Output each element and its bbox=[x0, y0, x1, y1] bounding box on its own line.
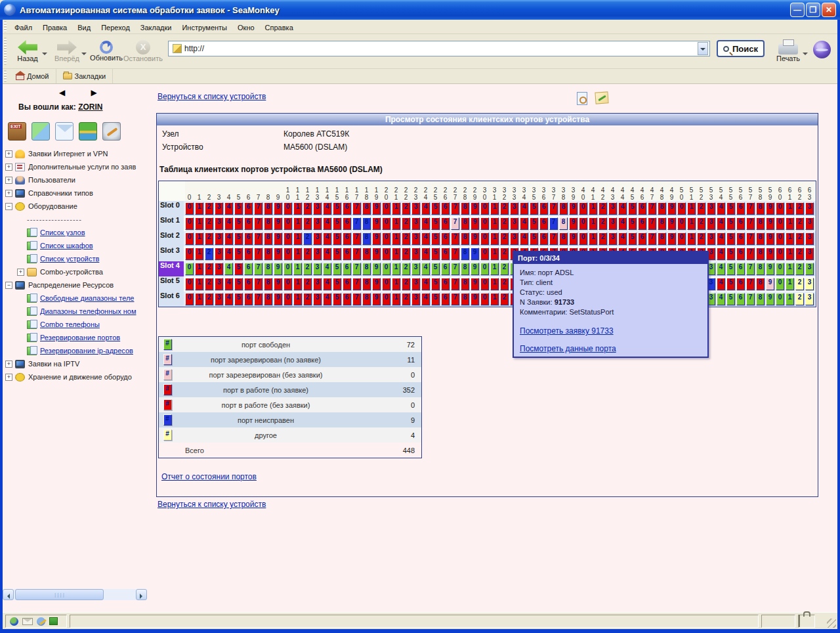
port-in-work[interactable]: 9 bbox=[766, 202, 774, 215]
port-in-work[interactable]: 3 bbox=[313, 248, 322, 260]
port-in-work[interactable]: 4 bbox=[421, 248, 430, 260]
port-in-work[interactable]: 8 bbox=[756, 232, 765, 245]
port-free[interactable]: 5 bbox=[333, 263, 341, 275]
port-in-work[interactable]: 4 bbox=[717, 217, 725, 230]
forward-button[interactable]: Вперёд bbox=[49, 40, 85, 62]
sidebar-item-распределение-ресурсов[interactable]: −Распределение Ресурсов bbox=[5, 278, 152, 292]
port-in-work[interactable]: 8 bbox=[756, 202, 765, 215]
port-free[interactable]: 6 bbox=[736, 263, 745, 275]
port-in-work[interactable]: 7 bbox=[451, 248, 459, 260]
sidebar-item-combo-устройства[interactable]: +Combo-устройства bbox=[5, 265, 152, 278]
port-in-work[interactable]: 3 bbox=[215, 248, 223, 260]
back-button[interactable]: Назад bbox=[9, 40, 46, 62]
port-in-work[interactable]: 9 bbox=[569, 202, 578, 215]
port-in-work[interactable]: 0 bbox=[776, 232, 784, 245]
sidebar-item-диапазоны-телефонных-ном[interactable]: Диапазоны телефонных ном bbox=[5, 305, 152, 318]
port-in-work[interactable]: 3 bbox=[411, 248, 420, 260]
port-in-work[interactable]: 2 bbox=[303, 278, 312, 290]
port-in-work[interactable]: 5 bbox=[234, 232, 243, 245]
port-in-work[interactable]: 0 bbox=[382, 278, 390, 290]
port-in-work[interactable]: 5 bbox=[431, 217, 440, 230]
sidebar-horizontal-scrollbar[interactable] bbox=[3, 589, 147, 600]
port-in-work[interactable]: 6 bbox=[441, 217, 450, 230]
scrollbar-track[interactable] bbox=[14, 589, 136, 600]
port-free[interactable]: 4 bbox=[323, 263, 331, 275]
port-in-work[interactable]: 5 bbox=[628, 232, 637, 245]
tree-expander-icon[interactable]: + bbox=[17, 269, 24, 276]
port-in-work[interactable]: 3 bbox=[707, 217, 715, 230]
online-status[interactable] bbox=[761, 615, 795, 628]
port-in-work[interactable]: 3 bbox=[313, 217, 322, 230]
user-link[interactable]: ZORIN bbox=[78, 102, 102, 112]
port-in-work[interactable]: 7 bbox=[254, 217, 262, 230]
port-in-work[interactable]: 2 bbox=[402, 232, 410, 245]
port-in-work[interactable]: 8 bbox=[362, 202, 371, 215]
port-in-work[interactable]: 1 bbox=[195, 248, 203, 260]
port-in-work[interactable]: 4 bbox=[717, 248, 725, 260]
port-in-work[interactable]: 9 bbox=[274, 278, 282, 290]
tree-expander-icon[interactable]: − bbox=[5, 203, 12, 210]
scroll-left-button[interactable] bbox=[3, 589, 14, 600]
port-faulty[interactable]: 8 bbox=[362, 232, 371, 245]
port-free[interactable]: 5 bbox=[431, 263, 440, 275]
port-in-work[interactable]: 7 bbox=[746, 232, 755, 245]
port-in-work[interactable]: 0 bbox=[480, 217, 489, 230]
port-in-work[interactable]: 7 bbox=[549, 232, 558, 245]
tree-item-label[interactable]: Combo-устройства bbox=[40, 268, 103, 276]
port-in-work[interactable]: 1 bbox=[589, 217, 597, 230]
port-in-work[interactable]: 8 bbox=[461, 217, 469, 230]
port-in-work[interactable]: 2 bbox=[697, 202, 705, 215]
port-in-work[interactable]: 6 bbox=[244, 293, 253, 305]
port-in-work[interactable]: 5 bbox=[726, 232, 735, 245]
port-free[interactable]: 2 bbox=[500, 263, 509, 275]
menu-Инструменты[interactable]: Инструменты bbox=[177, 22, 232, 33]
tree-item-label[interactable]: Список шкафов bbox=[40, 242, 93, 250]
port-in-work[interactable]: 5 bbox=[726, 202, 735, 215]
port-free[interactable]: 3 bbox=[313, 263, 322, 275]
port-in-work[interactable]: 4 bbox=[323, 217, 331, 230]
port-in-work[interactable]: 5 bbox=[530, 202, 538, 215]
url-bar[interactable]: http:// bbox=[168, 41, 710, 56]
port-in-work[interactable]: 3 bbox=[313, 232, 322, 245]
port-in-work[interactable]: 0 bbox=[284, 248, 292, 260]
port-in-work[interactable]: 5 bbox=[530, 232, 538, 245]
port-in-work[interactable]: 7 bbox=[451, 278, 459, 290]
port-in-work[interactable]: 2 bbox=[598, 232, 607, 245]
port-in-work[interactable]: 9 bbox=[372, 278, 381, 290]
tree-item-label[interactable]: Список узлов bbox=[40, 229, 85, 236]
port-free[interactable]: 0 bbox=[382, 263, 390, 275]
port-in-work[interactable]: 1 bbox=[293, 293, 302, 305]
port-free[interactable]: 1 bbox=[293, 263, 302, 275]
slot-label[interactable]: Slot 4 bbox=[159, 261, 184, 276]
menu-Окно[interactable]: Окно bbox=[232, 22, 260, 33]
port-free[interactable]: 8 bbox=[756, 263, 765, 275]
sidebar-item-combo-телефоны[interactable]: Combo телефоны bbox=[5, 318, 152, 331]
stop-button[interactable]: X Остановить bbox=[125, 40, 161, 62]
port-free[interactable]: 4 bbox=[717, 263, 725, 275]
port-free[interactable]: 4 bbox=[224, 263, 233, 275]
toolbar-grippy[interactable] bbox=[4, 37, 7, 65]
port-in-work[interactable]: 8 bbox=[756, 217, 765, 230]
port-in-work[interactable]: 9 bbox=[471, 217, 479, 230]
port-in-work[interactable]: 3 bbox=[215, 278, 223, 290]
port-in-work[interactable]: 4 bbox=[618, 217, 627, 230]
port-free[interactable]: 1 bbox=[786, 293, 794, 305]
sidebar-item-список-устройств[interactable]: Список устройств bbox=[5, 252, 152, 265]
port-in-work[interactable]: 7 bbox=[746, 202, 755, 215]
port-in-work[interactable]: 7 bbox=[451, 202, 459, 215]
port-reserved[interactable]: 9 bbox=[766, 278, 774, 290]
port-in-work[interactable]: 8 bbox=[461, 293, 469, 305]
seamonkey-logo[interactable] bbox=[813, 41, 831, 58]
port-in-work[interactable]: 7 bbox=[352, 202, 361, 215]
port-in-work[interactable]: 8 bbox=[658, 217, 666, 230]
port-faulty[interactable]: 2 bbox=[205, 248, 213, 260]
port-in-work[interactable]: 1 bbox=[786, 202, 794, 215]
port-in-work[interactable]: 5 bbox=[333, 217, 341, 230]
port-in-work[interactable]: 8 bbox=[658, 202, 666, 215]
home-button[interactable]: Домой bbox=[9, 69, 56, 83]
port-in-work[interactable]: 0 bbox=[579, 217, 587, 230]
port-in-work[interactable]: 2 bbox=[205, 278, 213, 290]
port-in-work[interactable]: 4 bbox=[323, 202, 331, 215]
port-in-work[interactable]: 5 bbox=[333, 293, 341, 305]
port-in-work[interactable]: 5 bbox=[234, 248, 243, 260]
